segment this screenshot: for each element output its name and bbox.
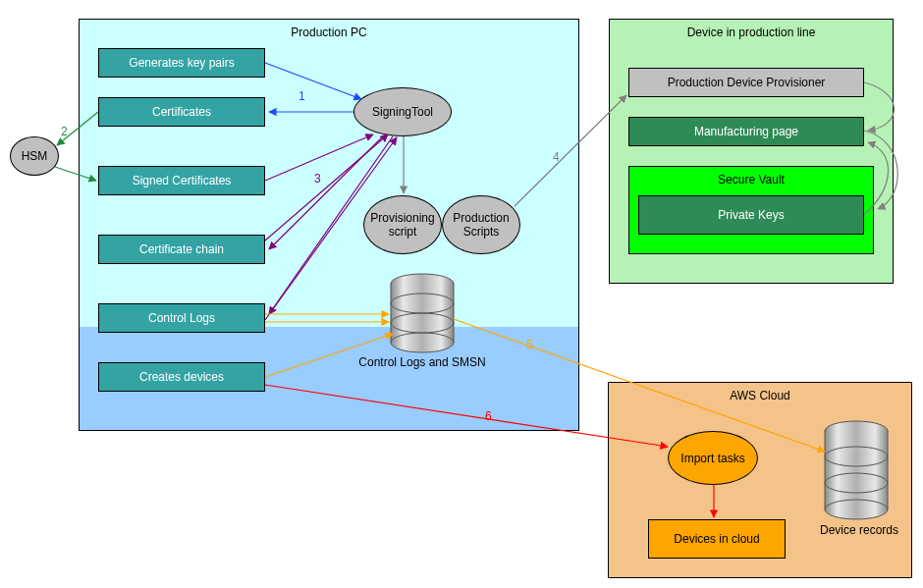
control-logs-smsn-label: Control Logs and SMSN [353, 355, 491, 369]
devices-in-cloud-box: Devices in cloud [648, 519, 786, 559]
device-provisioner-box: Production Device Provisioner [628, 68, 864, 97]
creates-devices-box: Creates devices [98, 362, 265, 392]
edge-label-6: 6 [485, 409, 492, 423]
device-records-label: Device records [810, 523, 908, 537]
gen-key-pairs-box: Generates key pairs [98, 48, 265, 78]
hsm-ellipse: HSM [10, 136, 59, 176]
edge-label-5: 5 [526, 338, 533, 351]
edge-label-2: 2 [61, 125, 68, 138]
aws-cloud-title: AWS Cloud [608, 389, 912, 402]
cert-chain-box: Certificate chain [98, 235, 265, 264]
signed-certs-box: Signed Certificates [98, 166, 265, 195]
edge-label-4: 4 [553, 150, 560, 164]
device-title: Device in production line [609, 26, 894, 39]
provisioning-script-ellipse: Provisioning script [363, 195, 442, 254]
production-pc-title: Production PC [79, 26, 579, 39]
signing-tool-ellipse: SigningTool [353, 87, 452, 136]
edge-label-1: 1 [299, 89, 305, 103]
manufacturing-page-box: Manufacturing page [628, 117, 864, 146]
private-keys-box: Private Keys [638, 195, 864, 235]
control-logs-box: Control Logs [98, 303, 265, 333]
certificates-box: Certificates [98, 97, 265, 127]
production-scripts-ellipse: Production Scripts [442, 195, 520, 254]
import-tasks-ellipse: Import tasks [668, 431, 758, 485]
secure-vault-title: Secure Vault [628, 173, 874, 187]
edge-label-3: 3 [314, 172, 321, 186]
